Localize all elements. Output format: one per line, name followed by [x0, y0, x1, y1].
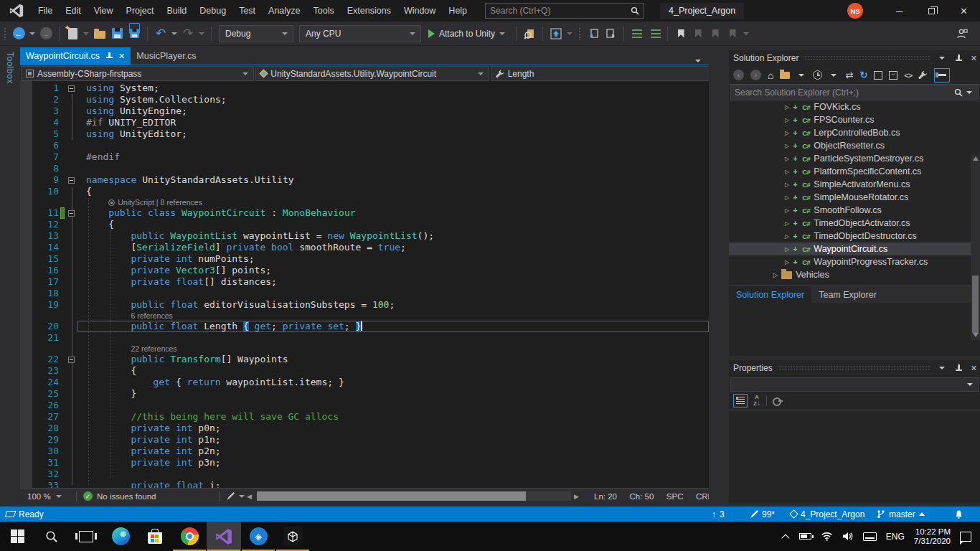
code-line-3[interactable]: 3using UnityEngine; [20, 105, 713, 117]
fold-collapse-icon[interactable] [68, 210, 75, 217]
code-cleanup-button[interactable] [227, 489, 247, 504]
navigate-backward-doc-icon[interactable] [585, 25, 601, 42]
language-indicator[interactable]: ENG [886, 532, 905, 542]
alphabetical-sort-icon[interactable]: AZ [753, 395, 760, 407]
code-line-16[interactable]: 16private Vector3[] points; [20, 265, 713, 276]
expand-chevron-icon[interactable]: ▷ [785, 207, 789, 214]
redo-icon[interactable]: ↷ [180, 25, 196, 42]
undo-dropdown[interactable] [171, 32, 177, 35]
quick-search-box[interactable]: Search (Ctrl+Q) [485, 3, 644, 19]
navigate-forward-doc-icon[interactable] [603, 25, 618, 42]
view-code-icon[interactable]: <> [904, 71, 912, 80]
start-button[interactable] [0, 522, 34, 551]
expand-chevron-icon[interactable]: ▷ [785, 182, 789, 188]
code-line-14[interactable]: 14[SerializeField] private bool smoothRo… [20, 242, 713, 253]
expand-chevron-icon[interactable]: ▷ [785, 233, 789, 240]
code-editor[interactable]: 1using System;2using System.Collections;… [20, 81, 725, 488]
code-line-22[interactable]: 22public Transform[] Waypoints [20, 354, 713, 365]
line-number[interactable]: 28 [20, 423, 60, 434]
menu-help[interactable]: Help [442, 0, 473, 22]
taskbar-visual-studio-button[interactable] [207, 522, 241, 551]
taskbar-chrome-button[interactable] [172, 522, 207, 551]
line-number[interactable]: 12 [20, 219, 60, 230]
line-number[interactable]: 19 [20, 299, 60, 311]
expand-chevron-icon[interactable]: ▷ [785, 194, 789, 201]
line-number[interactable]: 2 [20, 94, 60, 105]
line-number[interactable]: 4 [20, 117, 60, 128]
tree-scrollbar[interactable] [971, 155, 980, 340]
decrease-indent-icon[interactable] [629, 25, 645, 42]
new-project-icon[interactable] [65, 25, 80, 42]
fold-collapse-icon[interactable] [68, 357, 75, 363]
code-line-24[interactable]: 24get { return waypointList.items; } [20, 377, 713, 388]
previous-bookmark-icon[interactable] [690, 25, 706, 42]
tree-item-fpscounter-cs[interactable]: ▷+C#FPSCounter.cs [729, 113, 980, 126]
categorized-view-icon[interactable] [733, 394, 748, 408]
member-dropdown[interactable]: Length [491, 66, 724, 81]
zoom-selector[interactable]: 100 % [24, 489, 67, 504]
wifi-icon[interactable] [821, 532, 833, 541]
menu-view[interactable]: View [88, 0, 120, 22]
fold-collapse-icon[interactable] [68, 177, 75, 184]
toggle-bookmark-icon[interactable] [673, 25, 689, 42]
close-button[interactable]: ✕ [948, 0, 980, 22]
code-line-31[interactable]: 31private int p3n; [20, 457, 713, 468]
code-line-23[interactable]: 23{ [20, 365, 713, 377]
configuration-combobox[interactable]: Debug [219, 25, 293, 42]
tab-team-explorer[interactable]: Team Explorer [811, 286, 884, 303]
tree-item-fovkick-cs[interactable]: ▷+C#FOVKick.cs [729, 100, 980, 113]
line-number[interactable]: 14 [20, 242, 60, 253]
menu-build[interactable]: Build [160, 0, 193, 22]
line-number[interactable]: 21 [20, 332, 60, 344]
line-number[interactable]: 8 [20, 163, 60, 174]
solution-explorer-shortcut-icon[interactable] [548, 25, 564, 42]
line-number[interactable]: 11 [20, 207, 60, 219]
code-line-1[interactable]: 1using System; [20, 83, 713, 94]
codelens-indicator[interactable]: 6 references [20, 311, 713, 321]
property-pages-icon[interactable] [773, 396, 783, 406]
horizontal-scrollbar[interactable] [257, 491, 571, 501]
code-line-5[interactable]: 5using UnityEditor; [20, 128, 713, 140]
expand-chevron-icon[interactable]: ▷ [785, 220, 789, 227]
menu-project[interactable]: Project [120, 0, 161, 22]
line-number[interactable]: 1 [20, 83, 60, 94]
code-line-15[interactable]: 15private int numPoints; [20, 253, 713, 265]
taskbar-edge-button[interactable] [103, 522, 138, 551]
switch-views-icon[interactable] [780, 72, 790, 79]
menu-window[interactable]: Window [397, 0, 442, 22]
code-line-21[interactable]: 21 [20, 332, 713, 344]
menu-edit[interactable]: Edit [59, 0, 88, 22]
line-number[interactable]: 31 [20, 457, 60, 468]
line-number[interactable]: 27 [20, 411, 60, 423]
platform-combobox[interactable]: Any CPU [299, 25, 421, 42]
close-panel-icon[interactable]: ✕ [971, 54, 977, 63]
battery-icon[interactable] [799, 533, 811, 540]
collapse-all-icon[interactable] [874, 71, 882, 80]
auto-hide-pin-icon[interactable] [956, 364, 962, 372]
hscroll-left-icon[interactable]: ◀ [247, 489, 252, 504]
home-icon[interactable]: ⌂ [768, 70, 773, 81]
code-line-32[interactable]: 32 [20, 468, 713, 480]
line-number[interactable]: 5 [20, 128, 60, 140]
taskbar-unity-hub-button[interactable]: ◈ [241, 522, 275, 551]
line-number[interactable]: 3 [20, 105, 60, 117]
tab-solution-explorer[interactable]: Solution Explorer [729, 286, 811, 303]
navigate-back-dropdown[interactable] [29, 32, 35, 35]
tree-item-timedobjectactivator-cs[interactable]: ▷+C#TimedObjectActivator.cs [729, 217, 980, 230]
code-line-17[interactable]: 17private float[] distances; [20, 276, 713, 288]
refresh-icon[interactable]: ↻ [859, 70, 867, 80]
expand-chevron-icon[interactable]: ▷ [785, 169, 789, 175]
code-line-13[interactable]: 13public WaypointList waypointList = new… [20, 230, 713, 242]
tree-item-waypointprogresstracker-cs[interactable]: ▷+C#WaypointProgressTracker.cs [729, 255, 980, 268]
save-all-icon[interactable] [126, 25, 142, 42]
line-number[interactable]: 32 [20, 468, 60, 480]
sync-with-active-document-icon[interactable]: ⇄ [845, 70, 853, 80]
expand-chevron-icon[interactable]: ▷ [785, 117, 789, 123]
menu-debug[interactable]: Debug [193, 0, 232, 22]
background-tasks-icon[interactable] [5, 511, 17, 517]
line-number[interactable]: 6 [20, 140, 60, 151]
window-position-dropdown-icon[interactable] [939, 367, 945, 369]
code-line-27[interactable]: 27//this being here will save GC allocs [20, 411, 713, 423]
expand-chevron-icon[interactable]: ▷ [773, 272, 778, 278]
pending-changes-filter-icon[interactable] [813, 70, 822, 80]
